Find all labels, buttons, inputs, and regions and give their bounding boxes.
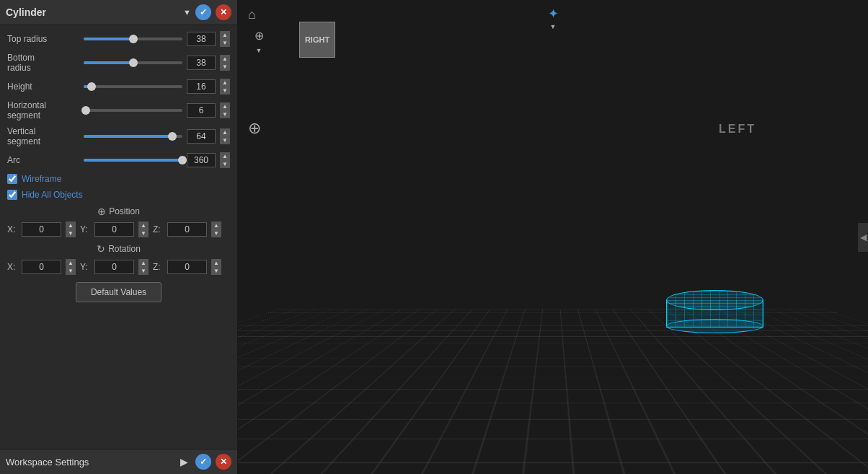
position-y-input[interactable] [94,222,134,237]
position-x-down[interactable]: ▼ [66,229,76,237]
top-radius-row: Top radius ▲ ▼ [7,31,230,47]
rotation-x-input[interactable] [22,260,61,274]
bottom-radius-row: Bottomradius ▲ ▼ [7,53,230,73]
position-section-header: ⊕ Position [7,206,230,217]
top-radius-track[interactable] [84,38,182,40]
position-z-down[interactable]: ▼ [211,229,221,237]
horizontal-segment-stepper[interactable]: ▲ ▼ [220,102,230,118]
rotation-x-label: X: [7,262,17,272]
viewport[interactable]: ⌂ RIGHT ✦ ▼ ⊕ ▼ ⊕ LEFT ◀ [238,0,868,474]
rotation-title: Rotation [108,244,141,254]
bottom-radius-track[interactable] [84,61,182,64]
rotation-x-down[interactable]: ▼ [66,267,76,275]
footer-close-button[interactable]: ✕ [216,454,231,470]
top-radius-down[interactable]: ▼ [220,39,230,47]
vertical-segment-track[interactable] [84,135,182,138]
arc-up[interactable]: ▲ [220,152,230,160]
wireframe-label[interactable]: Wireframe [22,174,61,184]
left-panel: Cylinder ▼ ✓ ✕ Top radius ▲ ▼ Bottomradi… [0,0,238,474]
position-x-stepper[interactable]: ▲ ▼ [66,221,76,237]
compass-icon[interactable]: ⊕ [248,119,261,138]
horizontal-segment-track[interactable] [84,109,182,112]
position-y-down[interactable]: ▼ [138,229,149,237]
vertical-segment-down[interactable]: ▼ [220,136,230,144]
vertical-segment-up[interactable]: ▲ [220,128,230,136]
position-z-label: Z: [153,224,163,234]
horizontal-segment-label: Horizontalsegment [7,100,79,120]
arc-down[interactable]: ▼ [220,160,230,168]
position-y-label: Y: [80,224,90,234]
rotation-y-down[interactable]: ▼ [138,267,149,275]
rotation-x-stepper[interactable]: ▲ ▼ [66,259,76,275]
axis-widget: ⊕ ▼ [248,29,270,54]
arc-stepper[interactable]: ▲ ▼ [220,152,230,168]
top-radius-stepper[interactable]: ▲ ▼ [220,31,230,47]
height-stepper[interactable]: ▲ ▼ [220,79,230,95]
position-title: Position [109,206,140,216]
play-button[interactable]: ▶ [177,456,191,468]
rotation-x-up[interactable]: ▲ [66,259,76,267]
rotation-z-stepper[interactable]: ▲ ▼ [211,259,221,275]
bottom-radius-input[interactable] [187,56,216,70]
top-radius-up[interactable]: ▲ [220,31,230,39]
height-track[interactable] [84,85,182,88]
rotation-y-label: Y: [80,262,90,272]
height-input[interactable] [187,79,216,94]
arc-label: Arc [7,155,79,165]
rotation-z-down[interactable]: ▼ [211,267,221,275]
position-y-up[interactable]: ▲ [138,221,149,229]
position-z-up[interactable]: ▲ [211,221,221,229]
top-axis-widget: ✦ ▼ [548,6,559,30]
nav-cube[interactable]: RIGHT [299,22,339,65]
bottom-radius-down[interactable]: ▼ [220,63,230,71]
position-z-input[interactable] [167,222,207,237]
grid-background [238,309,868,474]
height-down[interactable]: ▼ [220,87,230,95]
position-z-stepper[interactable]: ▲ ▼ [211,221,221,237]
bottom-radius-up[interactable]: ▲ [220,55,230,63]
hide-all-objects-checkbox[interactable] [7,190,17,200]
rotation-z-label: Z: [153,262,163,272]
arc-input[interactable] [187,153,216,167]
footer-confirm-button[interactable]: ✓ [195,454,211,470]
horizontal-segment-down[interactable]: ▼ [220,110,230,118]
wireframe-checkbox[interactable] [7,174,17,184]
hide-all-objects-label[interactable]: Hide All Objects [22,190,83,200]
position-y-stepper[interactable]: ▲ ▼ [138,221,149,237]
horizontal-segment-input[interactable] [187,103,216,118]
collapse-handle[interactable]: ◀ [858,223,868,252]
rotation-z-input[interactable] [167,260,207,274]
close-button[interactable]: ✕ [216,4,231,20]
hide-all-objects-row: Hide All Objects [7,190,230,200]
rotation-xyz-row: X: ▲ ▼ Y: ▲ ▼ Z: ▲ ▼ [7,259,230,275]
default-values-button[interactable]: Default Values [76,282,161,302]
position-x-up[interactable]: ▲ [66,221,76,229]
nav-cube-face[interactable]: RIGHT [299,22,335,58]
position-icon: ⊕ [97,206,106,217]
vertical-segment-input[interactable] [187,129,216,144]
panel-footer: Workspace Settings ▶ ✓ ✕ [0,449,237,474]
rotation-y-stepper[interactable]: ▲ ▼ [138,259,149,275]
rotation-z-up[interactable]: ▲ [211,259,221,267]
rotation-y-input[interactable] [94,260,134,274]
top-radius-label: Top radius [7,34,79,44]
confirm-button[interactable]: ✓ [195,4,211,20]
arc-row: Arc ▲ ▼ [7,152,230,168]
home-icon[interactable]: ⌂ [248,7,256,22]
top-radius-input[interactable] [187,32,216,46]
dropdown-arrow-icon[interactable]: ▼ [183,8,191,17]
cylinder-bottom [666,319,763,333]
position-x-input[interactable] [22,222,61,237]
position-xyz-row: X: ▲ ▼ Y: ▲ ▼ Z: ▲ ▼ [7,221,230,237]
vertical-segment-label: Verticalsegment [7,126,79,146]
panel-header: Cylinder ▼ ✓ ✕ [0,0,237,25]
vertical-segment-row: Verticalsegment ▲ ▼ [7,126,230,146]
bottom-radius-stepper[interactable]: ▲ ▼ [220,55,230,71]
vertical-segment-stepper[interactable]: ▲ ▼ [220,128,230,144]
panel-title: Cylinder [6,6,179,18]
height-up[interactable]: ▲ [220,79,230,87]
arc-track[interactable] [84,159,182,162]
rotation-y-up[interactable]: ▲ [138,259,149,267]
cylinder-object [666,290,763,333]
horizontal-segment-up[interactable]: ▲ [220,102,230,110]
